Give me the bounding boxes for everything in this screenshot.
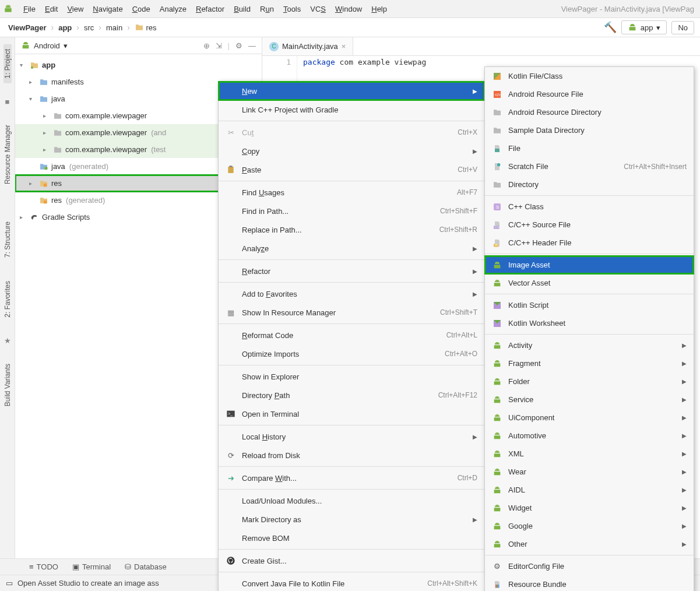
breadcrumb-item[interactable]: main (104, 22, 125, 33)
menu-item-sample-data-directory[interactable]: Sample Data Directory (485, 121, 694, 139)
menu-item-local-history[interactable]: Local History▶ (219, 427, 484, 446)
menu-item-c-c-header-file[interactable]: HC/C++ Header File (485, 234, 694, 252)
tab-main-activity[interactable]: C MainActivity.java × (262, 37, 353, 55)
menu-item-scratch-file[interactable]: Scratch FileCtrl+Alt+Shift+Insert (485, 157, 694, 175)
menu-item-kotlin-script[interactable]: Kotlin Script (485, 296, 694, 314)
menu-item-new[interactable]: New▶ (219, 82, 484, 100)
menu-analyze[interactable]: Analyze (155, 2, 191, 16)
menu-item-copy[interactable]: Copy▶ (219, 142, 484, 160)
menu-shortcut: Ctrl+Alt+L (446, 331, 477, 339)
menu-item-label: UiComponent (508, 413, 676, 422)
menu-edit[interactable]: Edit (40, 2, 62, 16)
menu-item-mark-directory-as[interactable]: Mark Directory as▶ (219, 510, 484, 529)
menu-file[interactable]: File (19, 2, 40, 16)
menu-item-android-resource-file[interactable]: </>Android Resource File (485, 85, 694, 103)
menu-navigate[interactable]: Navigate (88, 2, 127, 16)
gutter-build-variants[interactable]: Build Variants (3, 359, 12, 411)
package-icon (52, 128, 63, 138)
menu-item-reload-from-disk[interactable]: ⟳Reload from Disk (219, 446, 484, 465)
event-log-icon[interactable]: ▭ (6, 579, 13, 588)
menu-item-directory-path[interactable]: Directory PathCtrl+Alt+F12 (219, 386, 484, 404)
menu-window[interactable]: Window (330, 2, 367, 16)
run-configuration-selector[interactable]: app ▾ (621, 20, 667, 34)
menu-item-other[interactable]: Other▶ (485, 535, 694, 553)
menu-item-vector-asset[interactable]: Vector Asset (485, 274, 694, 292)
menu-item-wear[interactable]: Wear▶ (485, 463, 694, 481)
menu-vcs[interactable]: VCS (305, 2, 330, 16)
menu-item-replace-in-path-[interactable]: Replace in Path...Ctrl+Shift+R (219, 220, 484, 239)
menu-item-aidl[interactable]: AIDL▶ (485, 481, 694, 499)
menu-item-automotive[interactable]: Automotive▶ (485, 427, 694, 445)
breadcrumb-item[interactable]: res (132, 22, 159, 33)
menu-refactor[interactable]: Refactor (191, 2, 229, 16)
menu-item-refactor[interactable]: Refactor▶ (219, 262, 484, 280)
menu-item-kotlin-worksheet[interactable]: Kotlin Worksheet (485, 314, 694, 332)
minimize-icon[interactable]: — (248, 41, 256, 50)
menu-tools[interactable]: Tools (279, 2, 305, 16)
menu-item-folder[interactable]: Folder▶ (485, 372, 694, 391)
menu-item-google[interactable]: Google▶ (485, 517, 694, 535)
menu-item-link-c-project-with-gradle[interactable]: Link C++ Project with Gradle (219, 100, 484, 119)
menu-item-service[interactable]: Service▶ (485, 391, 694, 409)
breadcrumb-item[interactable]: app (56, 22, 74, 33)
svg-point-36 (498, 415, 498, 416)
menu-item-find-usages[interactable]: Find UsagesAlt+F7 (219, 183, 484, 202)
menu-build[interactable]: Build (229, 2, 255, 16)
menu-item-label: Open in Terminal (242, 410, 477, 418)
sidebar-scope-selector[interactable]: Android ▾ (21, 41, 68, 50)
gutter-resource-manager[interactable]: Resource Manager (3, 120, 12, 189)
menu-item-compare-with-[interactable]: ➜Compare With...Ctrl+D (219, 469, 484, 487)
menu-help[interactable]: Help (367, 2, 392, 16)
tool-todo[interactable]: ≡TODO (29, 562, 58, 571)
menu-item-show-in-resource-manager[interactable]: ▦Show In Resource ManagerCtrl+Shift+T (219, 303, 484, 322)
menu-item-fragment[interactable]: Fragment▶ (485, 354, 694, 372)
tool-database[interactable]: ⛁Database (125, 562, 167, 571)
menu-item-widget[interactable]: Widget▶ (485, 499, 694, 517)
gutter--structure[interactable]: 7: Structure (3, 217, 12, 262)
menu-item-load-unload-modules-[interactable]: Load/Unload Modules... (219, 491, 484, 510)
menu-view[interactable]: View (62, 2, 88, 16)
menu-item-paste[interactable]: PasteCtrl+V (219, 160, 484, 179)
no-device-selector[interactable]: No (671, 21, 694, 34)
tree-row-app[interactable]: ▾app (15, 57, 262, 73)
menu-item-create-gist-[interactable]: Create Gist... (219, 551, 484, 570)
menu-item-optimize-imports[interactable]: Optimize ImportsCtrl+Alt+O (219, 344, 484, 363)
tree-label: java (51, 162, 65, 171)
menu-item-open-in-terminal[interactable]: >_Open in Terminal (219, 404, 484, 423)
menu-item-directory[interactable]: Directory (485, 175, 694, 194)
menu-run[interactable]: Run (255, 2, 279, 16)
package-icon (52, 111, 63, 121)
gutter--favorites[interactable]: 2: Favorites (3, 276, 12, 322)
breadcrumb-item[interactable]: ViewPager (6, 22, 49, 33)
build-icon[interactable]: 🔨 (604, 21, 617, 34)
menu-item-analyze[interactable]: Analyze▶ (219, 239, 484, 258)
menu-item-xml[interactable]: XML▶ (485, 445, 694, 463)
menu-item-editorconfig-file[interactable]: ⚙EditorConfig File (485, 557, 694, 575)
menu-item-uicomponent[interactable]: UiComponent▶ (485, 409, 694, 427)
tool-terminal[interactable]: ▣Terminal (72, 562, 111, 571)
target-icon[interactable]: ⊕ (203, 41, 210, 50)
menu-item-android-resource-directory[interactable]: Android Resource Directory (485, 103, 694, 121)
menu-item-c-class[interactable]: SC++ Class (485, 198, 694, 216)
menu-item-find-in-path-[interactable]: Find in Path...Ctrl+Shift+F (219, 202, 484, 220)
menu-item-reformat-code[interactable]: Reformat CodeCtrl+Alt+L (219, 326, 484, 344)
menu-item-file[interactable]: File (485, 139, 694, 157)
menu-item-convert-java-file-to-kotlin-file[interactable]: Convert Java File to Kotlin FileCtrl+Alt… (219, 574, 484, 591)
menu-code[interactable]: Code (128, 2, 155, 16)
menu-item-kotlin-file-class[interactable]: Kotlin File/Class (485, 67, 694, 85)
android-icon (492, 522, 502, 531)
menu-item-remove-bom[interactable]: Remove BOM (219, 529, 484, 547)
menu-item-add-to-favorites[interactable]: Add to Favorites▶ (219, 284, 484, 303)
menu-item-resource-bundle[interactable]: Resource Bundle (485, 575, 694, 591)
gutter--project[interactable]: 1: Project (3, 44, 12, 83)
gear-icon[interactable]: ⚙ (235, 41, 242, 50)
menu-item-image-asset[interactable]: Image Asset (485, 256, 694, 274)
breadcrumb-item[interactable]: src (82, 22, 96, 33)
collapse-icon[interactable]: ⇲ (216, 41, 222, 50)
menu-item-c-c-source-file[interactable]: C++C/C++ Source File (485, 216, 694, 234)
folder-g-icon (492, 180, 502, 189)
menu-item-label: Add to Favorites (242, 290, 467, 298)
menu-item-activity[interactable]: Activity▶ (485, 336, 694, 354)
menu-item-show-in-explorer[interactable]: Show in Explorer (219, 367, 484, 386)
close-icon[interactable]: × (342, 42, 346, 51)
